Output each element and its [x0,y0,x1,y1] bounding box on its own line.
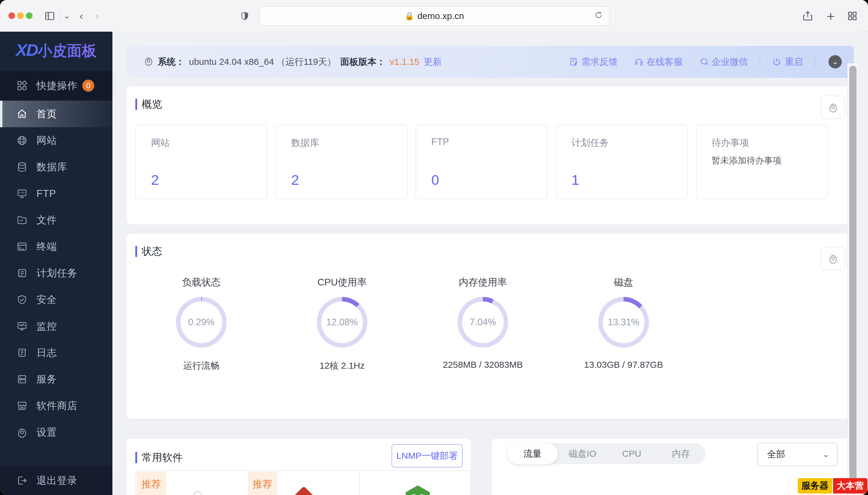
sidebar-item-quick-actions[interactable]: 快捷操作 0 [0,72,112,99]
system-gear-icon [144,56,153,68]
software-item[interactable] [359,471,471,495]
sidebar-item-monitoring[interactable]: 监控 [0,313,112,339]
lock-icon: 🔒 [404,12,414,21]
tab-disk-io[interactable]: 磁盘IO [558,443,607,464]
title-accent-bar [135,246,137,257]
overview-settings-button[interactable] [821,96,845,119]
sidebar-item-logs[interactable]: 日志 [0,339,112,366]
gauge-title: 负载状态 [147,276,256,289]
privacy-shield-icon[interactable] [238,0,251,32]
tab-memory[interactable]: 内存 [656,443,706,464]
software-title-text: 常用软件 [142,451,183,464]
sidebar-item-services[interactable]: 服务 [0,366,112,393]
infobar-divider [815,56,815,68]
sidebar-item-cron[interactable]: 计划任务 [0,260,112,286]
gauge-value: 13.31% [608,317,639,328]
gauge-value: 7.04% [470,317,496,328]
stat-value: 2 [291,172,299,188]
feedback-link[interactable]: 需求反馈 [569,56,618,68]
collapse-infobar-button[interactable]: ⌄ [829,55,842,68]
todo-empty-text: 暂未添加待办事项 [712,155,781,167]
apps-icon [17,80,28,91]
gauge-sublabel: 13.03GB / 97.87GB [569,360,678,370]
window-close-button[interactable] [8,12,15,19]
badge-right-segment: 大本营 [833,478,867,494]
reload-icon[interactable] [594,11,603,22]
stat-card-cron[interactable]: 计划任务 1 [556,124,688,199]
system-value: ubuntu 24.04 x86_64 （运行119天） [189,56,336,68]
sidebar-item-websites[interactable]: 网站 [0,127,112,154]
interface-filter-select[interactable]: 全部 ⌄ [758,443,837,466]
server-camp-badge[interactable]: 服务器 大本营 [798,478,867,494]
tab-traffic[interactable]: 流量 [507,443,558,464]
ftp-monitor-icon [17,188,28,199]
infobar-divider [760,56,760,68]
support-link[interactable]: 在线客服 [635,56,683,68]
share-icon[interactable] [799,0,816,32]
tab-overview-icon[interactable] [844,0,861,32]
software-item[interactable]: 推荐 [135,471,248,495]
back-button[interactable]: ‹ [75,0,88,32]
restart-button[interactable]: 重启 [772,56,803,68]
status-settings-button[interactable] [821,247,845,270]
title-accent-bar [135,99,137,110]
logbook-icon [17,347,28,358]
recommend-badge: 推荐 [137,472,166,495]
database-icon [17,161,28,172]
software-item[interactable]: 推荐 ✦ [247,471,360,495]
sidebar-item-label: 首页 [36,107,57,121]
sidebar-item-label: 安全 [36,293,57,307]
software-icon-red-diamond: ✦ [292,486,315,495]
sidebar-item-label: FTP [36,188,56,199]
tab-cpu[interactable]: CPU [607,443,656,464]
sidebar-dropdown-chevron-icon[interactable]: ⌄ [62,0,72,32]
sidebar-item-app-store[interactable]: 软件商店 [0,393,112,419]
lnmp-deploy-button[interactable]: LNMP一键部署 [392,444,463,467]
software-grid: 推荐 推荐 ✦ [135,470,471,495]
stat-label: 数据库 [291,137,319,149]
stat-card-databases[interactable]: 数据库 2 [276,124,407,199]
new-tab-icon[interactable]: ＋ [822,0,839,32]
toolbar-divider [60,9,60,22]
shield-check-icon [17,294,28,305]
gauge-load: 负载状态 0.29% 运行流畅 [147,276,256,372]
stat-card-websites[interactable]: 网站 2 [135,124,267,199]
logout-icon [17,475,28,486]
sidebar-item-home[interactable]: 首页 [0,101,112,127]
forward-button: › [90,0,104,32]
task-list-icon [17,268,28,278]
update-link[interactable]: 更新 [424,56,442,68]
logo-text: 小皮面板 [37,42,97,59]
wechat-link[interactable]: 企业微信 [699,56,748,68]
gauge-donut: 13.31% [598,297,649,347]
chevron-down-icon: ⌄ [822,450,829,459]
sidebar-item-terminal[interactable]: 终端 [0,233,112,260]
system-label: 系统： [158,56,185,68]
window-zoom-button[interactable] [26,12,33,19]
sidebar-item-ftp[interactable]: FTP [0,180,112,207]
sidebar-item-label: 数据库 [36,160,67,174]
page-scrollbar-track[interactable] [847,63,858,495]
home-icon [17,108,28,119]
terminal-icon [17,241,28,252]
gauge-donut: 7.04% [457,297,508,347]
url-text: demo.xp.cn [417,11,464,21]
storefront-icon [17,400,28,411]
status-card: 状态 负载状态 0.29% 运行流畅 CPU使用率 12.08% 12核 2.1… [127,234,854,419]
page-scrollbar-thumb[interactable] [849,66,856,491]
address-bar[interactable]: 🔒 demo.xp.cn [259,6,609,25]
sidebar-toggle-icon[interactable] [42,0,57,32]
sidebar-item-label: 终端 [36,240,57,254]
gauge-sublabel: 12核 2.1Hz [288,360,396,372]
system-info-bar: 系统： ubuntu 24.04 x86_64 （运行119天） 面板版本： v… [127,46,854,78]
stat-card-todo[interactable]: 待办事项 暂未添加待办事项 [696,124,828,199]
sidebar-item-settings[interactable]: 设置 [0,419,112,446]
software-title: 常用软件 [135,451,183,464]
sidebar-item-databases[interactable]: 数据库 [0,154,112,180]
window-minimize-button[interactable] [17,12,24,19]
browser-toolbar: ⌄ ‹ › 🔒 demo.xp.cn ＋ [0,0,868,32]
sidebar-item-security[interactable]: 安全 [0,286,112,313]
stat-card-ftp[interactable]: FTP 0 [416,124,548,199]
sidebar-item-logout[interactable]: 退出登录 [0,467,112,494]
sidebar-item-files[interactable]: 文件 [0,207,112,233]
